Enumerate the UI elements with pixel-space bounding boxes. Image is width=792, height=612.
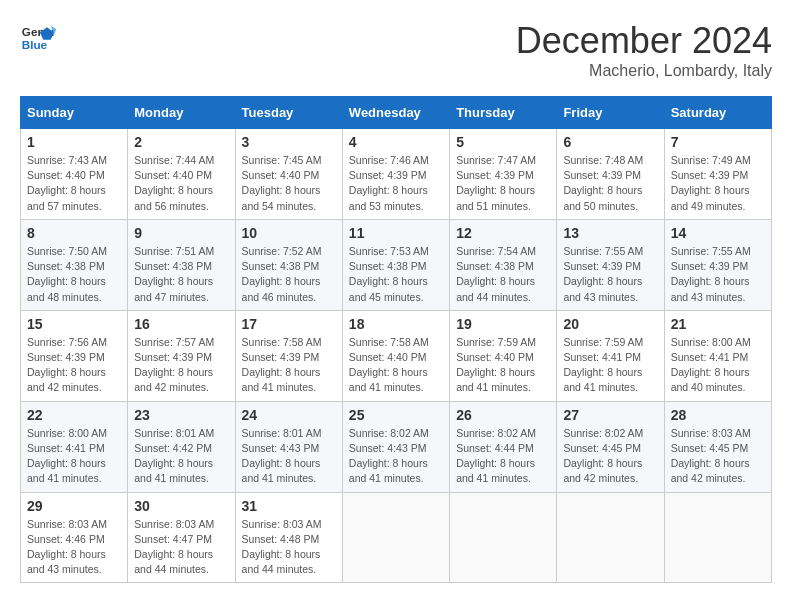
calendar-day-cell: 12Sunrise: 7:54 AM Sunset: 4:38 PM Dayli… — [450, 219, 557, 310]
day-number: 30 — [134, 498, 228, 514]
day-number: 10 — [242, 225, 336, 241]
calendar-day-cell: 9Sunrise: 7:51 AM Sunset: 4:38 PM Daylig… — [128, 219, 235, 310]
calendar-day-cell: 30Sunrise: 8:03 AM Sunset: 4:47 PM Dayli… — [128, 492, 235, 583]
calendar-day-cell: 15Sunrise: 7:56 AM Sunset: 4:39 PM Dayli… — [21, 310, 128, 401]
day-number: 7 — [671, 134, 765, 150]
calendar-day-cell: 22Sunrise: 8:00 AM Sunset: 4:41 PM Dayli… — [21, 401, 128, 492]
calendar-day-cell: 4Sunrise: 7:46 AM Sunset: 4:39 PM Daylig… — [342, 129, 449, 220]
day-info: Sunrise: 7:46 AM Sunset: 4:39 PM Dayligh… — [349, 153, 443, 214]
day-info: Sunrise: 8:01 AM Sunset: 4:43 PM Dayligh… — [242, 426, 336, 487]
day-info: Sunrise: 7:58 AM Sunset: 4:39 PM Dayligh… — [242, 335, 336, 396]
day-info: Sunrise: 7:52 AM Sunset: 4:38 PM Dayligh… — [242, 244, 336, 305]
day-number: 12 — [456, 225, 550, 241]
day-info: Sunrise: 8:03 AM Sunset: 4:47 PM Dayligh… — [134, 517, 228, 578]
day-info: Sunrise: 7:48 AM Sunset: 4:39 PM Dayligh… — [563, 153, 657, 214]
day-number: 18 — [349, 316, 443, 332]
day-number: 23 — [134, 407, 228, 423]
day-info: Sunrise: 8:01 AM Sunset: 4:42 PM Dayligh… — [134, 426, 228, 487]
calendar-day-cell: 5Sunrise: 7:47 AM Sunset: 4:39 PM Daylig… — [450, 129, 557, 220]
weekday-header-monday: Monday — [128, 97, 235, 129]
calendar-day-cell: 20Sunrise: 7:59 AM Sunset: 4:41 PM Dayli… — [557, 310, 664, 401]
day-number: 16 — [134, 316, 228, 332]
day-number: 22 — [27, 407, 121, 423]
weekday-header-friday: Friday — [557, 97, 664, 129]
day-number: 28 — [671, 407, 765, 423]
day-info: Sunrise: 8:03 AM Sunset: 4:46 PM Dayligh… — [27, 517, 121, 578]
day-number: 4 — [349, 134, 443, 150]
calendar-day-cell: 18Sunrise: 7:58 AM Sunset: 4:40 PM Dayli… — [342, 310, 449, 401]
day-info: Sunrise: 8:02 AM Sunset: 4:44 PM Dayligh… — [456, 426, 550, 487]
page-header: General Blue December 2024 Macherio, Lom… — [20, 20, 772, 80]
empty-day-cell — [557, 492, 664, 583]
day-info: Sunrise: 8:03 AM Sunset: 4:48 PM Dayligh… — [242, 517, 336, 578]
weekday-header-tuesday: Tuesday — [235, 97, 342, 129]
empty-day-cell — [664, 492, 771, 583]
day-info: Sunrise: 7:59 AM Sunset: 4:41 PM Dayligh… — [563, 335, 657, 396]
day-number: 14 — [671, 225, 765, 241]
calendar-table: SundayMondayTuesdayWednesdayThursdayFrid… — [20, 96, 772, 583]
day-info: Sunrise: 7:49 AM Sunset: 4:39 PM Dayligh… — [671, 153, 765, 214]
day-info: Sunrise: 7:59 AM Sunset: 4:40 PM Dayligh… — [456, 335, 550, 396]
calendar-day-cell: 17Sunrise: 7:58 AM Sunset: 4:39 PM Dayli… — [235, 310, 342, 401]
day-number: 26 — [456, 407, 550, 423]
day-number: 25 — [349, 407, 443, 423]
calendar-day-cell: 26Sunrise: 8:02 AM Sunset: 4:44 PM Dayli… — [450, 401, 557, 492]
day-info: Sunrise: 8:00 AM Sunset: 4:41 PM Dayligh… — [671, 335, 765, 396]
calendar-day-cell: 25Sunrise: 8:02 AM Sunset: 4:43 PM Dayli… — [342, 401, 449, 492]
day-number: 8 — [27, 225, 121, 241]
day-info: Sunrise: 7:53 AM Sunset: 4:38 PM Dayligh… — [349, 244, 443, 305]
calendar-week-row: 29Sunrise: 8:03 AM Sunset: 4:46 PM Dayli… — [21, 492, 772, 583]
day-number: 21 — [671, 316, 765, 332]
day-number: 29 — [27, 498, 121, 514]
weekday-header-row: SundayMondayTuesdayWednesdayThursdayFrid… — [21, 97, 772, 129]
weekday-header-wednesday: Wednesday — [342, 97, 449, 129]
calendar-day-cell: 29Sunrise: 8:03 AM Sunset: 4:46 PM Dayli… — [21, 492, 128, 583]
calendar-day-cell: 21Sunrise: 8:00 AM Sunset: 4:41 PM Dayli… — [664, 310, 771, 401]
day-number: 1 — [27, 134, 121, 150]
calendar-day-cell: 7Sunrise: 7:49 AM Sunset: 4:39 PM Daylig… — [664, 129, 771, 220]
day-info: Sunrise: 7:51 AM Sunset: 4:38 PM Dayligh… — [134, 244, 228, 305]
calendar-day-cell: 6Sunrise: 7:48 AM Sunset: 4:39 PM Daylig… — [557, 129, 664, 220]
calendar-day-cell: 8Sunrise: 7:50 AM Sunset: 4:38 PM Daylig… — [21, 219, 128, 310]
day-info: Sunrise: 7:54 AM Sunset: 4:38 PM Dayligh… — [456, 244, 550, 305]
day-info: Sunrise: 7:47 AM Sunset: 4:39 PM Dayligh… — [456, 153, 550, 214]
calendar-week-row: 8Sunrise: 7:50 AM Sunset: 4:38 PM Daylig… — [21, 219, 772, 310]
day-number: 5 — [456, 134, 550, 150]
day-number: 31 — [242, 498, 336, 514]
day-number: 24 — [242, 407, 336, 423]
day-number: 9 — [134, 225, 228, 241]
logo: General Blue — [20, 20, 56, 56]
month-title: December 2024 — [516, 20, 772, 62]
calendar-day-cell: 14Sunrise: 7:55 AM Sunset: 4:39 PM Dayli… — [664, 219, 771, 310]
calendar-day-cell: 27Sunrise: 8:02 AM Sunset: 4:45 PM Dayli… — [557, 401, 664, 492]
day-number: 27 — [563, 407, 657, 423]
calendar-day-cell: 28Sunrise: 8:03 AM Sunset: 4:45 PM Dayli… — [664, 401, 771, 492]
day-info: Sunrise: 7:44 AM Sunset: 4:40 PM Dayligh… — [134, 153, 228, 214]
day-info: Sunrise: 7:43 AM Sunset: 4:40 PM Dayligh… — [27, 153, 121, 214]
calendar-day-cell: 2Sunrise: 7:44 AM Sunset: 4:40 PM Daylig… — [128, 129, 235, 220]
calendar-day-cell: 16Sunrise: 7:57 AM Sunset: 4:39 PM Dayli… — [128, 310, 235, 401]
calendar-day-cell: 31Sunrise: 8:03 AM Sunset: 4:48 PM Dayli… — [235, 492, 342, 583]
calendar-day-cell: 13Sunrise: 7:55 AM Sunset: 4:39 PM Dayli… — [557, 219, 664, 310]
day-number: 6 — [563, 134, 657, 150]
day-info: Sunrise: 7:58 AM Sunset: 4:40 PM Dayligh… — [349, 335, 443, 396]
day-info: Sunrise: 7:55 AM Sunset: 4:39 PM Dayligh… — [563, 244, 657, 305]
day-info: Sunrise: 8:02 AM Sunset: 4:45 PM Dayligh… — [563, 426, 657, 487]
weekday-header-sunday: Sunday — [21, 97, 128, 129]
calendar-day-cell: 1Sunrise: 7:43 AM Sunset: 4:40 PM Daylig… — [21, 129, 128, 220]
empty-day-cell — [342, 492, 449, 583]
calendar-week-row: 15Sunrise: 7:56 AM Sunset: 4:39 PM Dayli… — [21, 310, 772, 401]
calendar-day-cell: 11Sunrise: 7:53 AM Sunset: 4:38 PM Dayli… — [342, 219, 449, 310]
day-info: Sunrise: 8:03 AM Sunset: 4:45 PM Dayligh… — [671, 426, 765, 487]
day-info: Sunrise: 8:02 AM Sunset: 4:43 PM Dayligh… — [349, 426, 443, 487]
day-info: Sunrise: 7:55 AM Sunset: 4:39 PM Dayligh… — [671, 244, 765, 305]
day-info: Sunrise: 8:00 AM Sunset: 4:41 PM Dayligh… — [27, 426, 121, 487]
weekday-header-thursday: Thursday — [450, 97, 557, 129]
calendar-day-cell: 3Sunrise: 7:45 AM Sunset: 4:40 PM Daylig… — [235, 129, 342, 220]
day-number: 3 — [242, 134, 336, 150]
day-number: 2 — [134, 134, 228, 150]
empty-day-cell — [450, 492, 557, 583]
title-section: December 2024 Macherio, Lombardy, Italy — [516, 20, 772, 80]
calendar-day-cell: 24Sunrise: 8:01 AM Sunset: 4:43 PM Dayli… — [235, 401, 342, 492]
weekday-header-saturday: Saturday — [664, 97, 771, 129]
